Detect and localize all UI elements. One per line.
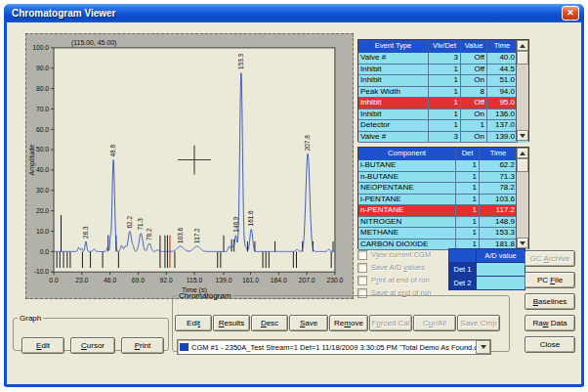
event-cell: 136.0 (487, 109, 518, 121)
checkbox-icon[interactable] (357, 250, 367, 260)
cgm-combobox-arrow[interactable] (476, 340, 490, 354)
ad-header-label: A/D value (477, 249, 525, 263)
event-cell: 94.0 (487, 87, 518, 99)
chart-panel: -10.00.010.020.030.040.050.060.070.080.0… (25, 33, 354, 299)
chromatogram-save-cmp-button[interactable]: Save Cmp (457, 315, 500, 331)
chromatogram-edit-button[interactable]: Edit (175, 315, 212, 331)
graph-print-button[interactable]: Print (121, 337, 164, 354)
peak-label: 62.2 (126, 216, 133, 229)
event-scrollbar[interactable] (516, 40, 528, 141)
peak-label: 161.6 (247, 210, 254, 227)
checkbox-view-current-cgm[interactable]: View current CGM (357, 248, 450, 261)
raw-data-button[interactable]: Raw Data (525, 315, 575, 331)
component-cell: 1 (456, 172, 480, 184)
event-row[interactable]: Valve #3Off40.0 (358, 53, 528, 65)
x-tick-label: 23.0 (75, 277, 88, 283)
component-row[interactable]: NEOPENTANE178.2 (358, 183, 528, 195)
y-tick-label: 30.0 (36, 187, 49, 194)
scroll-down-button[interactable] (517, 130, 528, 141)
component-column-header-component: Component (358, 148, 456, 160)
chromatogram-group-label: Chromatogram (177, 291, 232, 300)
event-cell: On (461, 109, 487, 121)
chromatogram-cur-all-button[interactable]: Cur/All (413, 315, 456, 331)
chromatogram-remove-button[interactable]: Remove (329, 315, 368, 331)
component-cell: i-PENTANE (358, 195, 456, 206)
event-row[interactable]: Peak Width1894.0 (358, 87, 528, 99)
component-row[interactable]: i-PENTANE1103.6 (358, 195, 528, 206)
scrollbar-thumb[interactable] (517, 158, 528, 172)
y-tick-label: 70.0 (36, 106, 49, 112)
chromatogram-forced-cal-button[interactable]: Forced Cal (369, 315, 412, 331)
event-row[interactable]: Inhibit1Off44.5 (358, 65, 528, 76)
component-row[interactable]: n-PENTANE1117.2 (358, 205, 528, 217)
close-button[interactable]: ✕ (562, 6, 579, 21)
component-cell: 78.2 (480, 183, 518, 195)
chromatogram-viewer-window: Chromatogram Viewer ✕ -10.00.010.020.030… (4, 4, 584, 387)
scroll-up-button[interactable] (517, 148, 528, 158)
component-cell: 1 (456, 205, 480, 217)
component-column-header-time: Time (480, 148, 518, 160)
baselines-button[interactable]: Baselines (525, 293, 575, 310)
graph-cursor-button[interactable]: Cursor (70, 337, 115, 354)
ad-header-blank (449, 249, 477, 263)
x-tick-label: 207.0 (299, 277, 315, 283)
checkbox-icon[interactable] (357, 263, 367, 273)
event-row[interactable]: Valve #3On139.0 (358, 132, 528, 144)
component-cell: i-BUTANE (358, 160, 456, 172)
y-tick-label: 20.0 (36, 207, 49, 214)
event-cell: 1 (429, 109, 461, 121)
chromatogram-results-button[interactable]: Results (213, 315, 250, 331)
event-cell: 3 (429, 132, 461, 144)
x-tick-label: 230.0 (326, 277, 343, 283)
event-row[interactable]: Detector11137.0 (358, 120, 528, 132)
cgm-combobox[interactable]: CGM #1 - 2350A_Test Stream=1 Det=1 11/18… (177, 339, 491, 355)
event-cell: Valve # (358, 53, 429, 65)
chromatogram-group: Chromatogram EditResultsDescSaveRemoveFo… (172, 291, 510, 352)
component-row[interactable]: n-BUTANE171.3 (358, 172, 528, 184)
event-row[interactable]: Inhibit1On51.0 (358, 75, 528, 87)
checkbox-save-a-d-values[interactable]: Save A/D values (357, 261, 450, 274)
graph-group-label: Graph (18, 314, 43, 323)
checkbox-label: Print at end of run (371, 276, 430, 284)
event-column-header-vlv-det: Vlv/Det (429, 40, 461, 53)
pc-file-button[interactable]: PC File (525, 272, 575, 288)
title-bar[interactable]: Chromatogram Viewer ✕ (4, 4, 584, 22)
chromatogram-desc-button[interactable]: Desc (251, 315, 288, 331)
component-row[interactable]: i-BUTANE162.2 (358, 160, 528, 172)
event-cell: 1 (429, 65, 461, 76)
gc-archive-button[interactable]: GC Archive (525, 250, 575, 267)
component-scrollbar[interactable] (516, 148, 528, 248)
scroll-up-button[interactable] (517, 40, 528, 51)
event-cell: On (461, 75, 487, 87)
scrollbar-thumb[interactable] (517, 51, 528, 65)
event-cell: Off (461, 53, 487, 65)
peak-label: 71.3 (137, 218, 144, 231)
event-cell: 1 (429, 87, 461, 99)
checkbox-label: View current CGM (371, 250, 431, 259)
graph-edit-button[interactable]: Edit (21, 337, 64, 354)
chromatogram-chart[interactable]: -10.00.010.020.030.040.050.060.070.080.0… (26, 34, 353, 298)
component-cell: 71.3 (480, 172, 518, 184)
component-cell: 117.2 (480, 205, 518, 217)
event-row[interactable]: Inhibit1On136.0 (358, 109, 528, 121)
scroll-down-button[interactable] (517, 238, 528, 248)
peak-label: 117.2 (193, 228, 200, 243)
component-row[interactable]: METHANE1153.3 (358, 228, 528, 240)
event-row[interactable]: Inhibit1Off95.0 (358, 98, 528, 109)
side-buttons: GC ArchivePC FileBaselinesRaw DataClose (525, 250, 575, 354)
event-cell: 44.5 (487, 65, 518, 76)
event-cell: 1 (429, 98, 461, 109)
event-cell: Off (461, 98, 487, 109)
ad-det-label: Det 1 (449, 263, 477, 277)
close-button[interactable]: Close (525, 336, 575, 353)
component-row[interactable]: NITROGEN1148.9 (358, 217, 528, 229)
event-column-header-event-type: Event Type (358, 40, 429, 53)
chromatogram-save-button[interactable]: Save (289, 315, 328, 331)
y-tick-label: -10.0 (34, 268, 50, 275)
checkbox-icon[interactable] (357, 276, 367, 285)
checkbox-print-at-end-of-run[interactable]: Print at end of run (357, 274, 450, 286)
event-cell: 137.0 (487, 120, 518, 132)
event-cell: 3 (429, 53, 461, 65)
peak-label: 48.8 (109, 145, 116, 157)
ad-value-panel: A/D valueDet 1Det 2 (448, 248, 525, 290)
